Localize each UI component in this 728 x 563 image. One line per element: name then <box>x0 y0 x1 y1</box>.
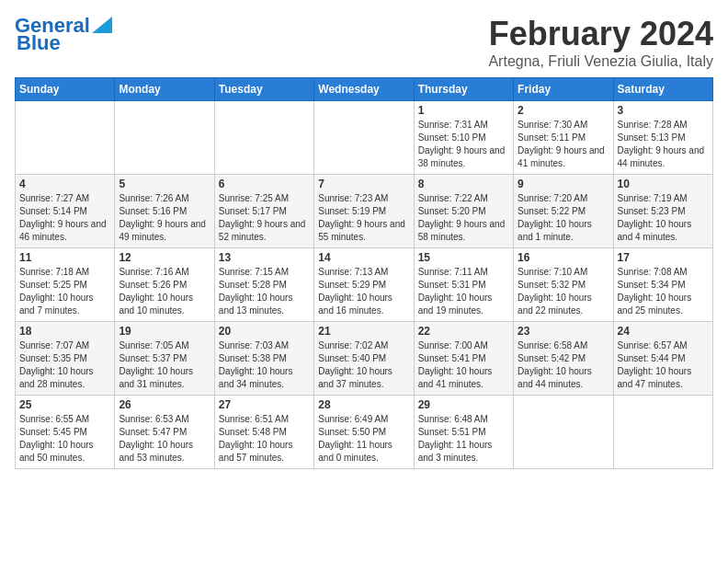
calendar-cell: 26Sunrise: 6:53 AM Sunset: 5:47 PM Dayli… <box>115 396 214 469</box>
day-content: Sunrise: 7:13 AM Sunset: 5:29 PM Dayligh… <box>318 266 409 317</box>
calendar-header-row: SundayMondayTuesdayWednesdayThursdayFrid… <box>16 78 713 101</box>
logo-arrow-icon <box>92 17 112 33</box>
day-content: Sunrise: 7:15 AM Sunset: 5:28 PM Dayligh… <box>219 266 310 317</box>
calendar-cell: 3Sunrise: 7:28 AM Sunset: 5:13 PM Daylig… <box>613 101 712 175</box>
day-content: Sunrise: 7:10 AM Sunset: 5:32 PM Dayligh… <box>518 266 609 317</box>
day-number: 29 <box>418 398 509 411</box>
weekday-header-friday: Friday <box>514 78 613 101</box>
calendar-cell: 2Sunrise: 7:30 AM Sunset: 5:11 PM Daylig… <box>514 101 613 175</box>
day-content: Sunrise: 7:02 AM Sunset: 5:40 PM Dayligh… <box>318 339 409 391</box>
day-content: Sunrise: 7:22 AM Sunset: 5:20 PM Dayligh… <box>418 192 509 244</box>
weekday-header-saturday: Saturday <box>613 78 712 101</box>
day-number: 2 <box>518 104 609 117</box>
calendar-cell: 24Sunrise: 6:57 AM Sunset: 5:44 PM Dayli… <box>613 322 712 396</box>
calendar-cell: 21Sunrise: 7:02 AM Sunset: 5:40 PM Dayli… <box>314 322 414 396</box>
day-number: 6 <box>219 178 310 190</box>
day-content: Sunrise: 6:53 AM Sunset: 5:47 PM Dayligh… <box>119 413 210 465</box>
calendar-cell <box>16 101 115 175</box>
day-number: 7 <box>318 178 409 190</box>
calendar-cell: 13Sunrise: 7:15 AM Sunset: 5:28 PM Dayli… <box>214 248 313 322</box>
day-number: 23 <box>518 325 609 338</box>
calendar-cell: 8Sunrise: 7:22 AM Sunset: 5:20 PM Daylig… <box>414 175 513 248</box>
calendar-cell: 6Sunrise: 7:25 AM Sunset: 5:17 PM Daylig… <box>214 175 313 248</box>
day-number: 22 <box>418 325 509 338</box>
day-content: Sunrise: 6:51 AM Sunset: 5:48 PM Dayligh… <box>219 413 310 465</box>
day-number: 27 <box>219 398 310 411</box>
logo-text-blue: Blue <box>17 31 61 54</box>
calendar-cell: 1Sunrise: 7:31 AM Sunset: 5:10 PM Daylig… <box>414 101 513 175</box>
calendar-cell: 7Sunrise: 7:23 AM Sunset: 5:19 PM Daylig… <box>314 175 414 248</box>
day-content: Sunrise: 7:07 AM Sunset: 5:35 PM Dayligh… <box>19 339 110 391</box>
calendar-cell: 25Sunrise: 6:55 AM Sunset: 5:45 PM Dayli… <box>16 396 115 469</box>
day-number: 18 <box>19 325 110 338</box>
day-content: Sunrise: 7:05 AM Sunset: 5:37 PM Dayligh… <box>119 339 210 391</box>
location-subtitle: Artegna, Friuli Venezia Giulia, Italy <box>488 53 713 70</box>
calendar-body: 1Sunrise: 7:31 AM Sunset: 5:10 PM Daylig… <box>16 101 713 469</box>
day-content: Sunrise: 7:16 AM Sunset: 5:26 PM Dayligh… <box>119 266 210 317</box>
weekday-header-sunday: Sunday <box>16 78 115 101</box>
calendar-cell <box>613 396 712 469</box>
calendar-cell <box>115 101 214 175</box>
day-content: Sunrise: 7:11 AM Sunset: 5:31 PM Dayligh… <box>418 266 509 317</box>
calendar-cell: 23Sunrise: 6:58 AM Sunset: 5:42 PM Dayli… <box>514 322 613 396</box>
calendar-cell: 16Sunrise: 7:10 AM Sunset: 5:32 PM Dayli… <box>514 248 613 322</box>
weekday-header-thursday: Thursday <box>414 78 513 101</box>
calendar-cell: 19Sunrise: 7:05 AM Sunset: 5:37 PM Dayli… <box>115 322 214 396</box>
day-content: Sunrise: 7:19 AM Sunset: 5:23 PM Dayligh… <box>618 192 709 244</box>
calendar-cell: 9Sunrise: 7:20 AM Sunset: 5:22 PM Daylig… <box>514 175 613 248</box>
calendar-cell: 27Sunrise: 6:51 AM Sunset: 5:48 PM Dayli… <box>214 396 313 469</box>
day-number: 12 <box>119 251 210 264</box>
day-content: Sunrise: 7:20 AM Sunset: 5:22 PM Dayligh… <box>518 192 609 244</box>
calendar-cell: 29Sunrise: 6:48 AM Sunset: 5:51 PM Dayli… <box>414 396 513 469</box>
calendar-cell: 10Sunrise: 7:19 AM Sunset: 5:23 PM Dayli… <box>613 175 712 248</box>
calendar-week-3: 11Sunrise: 7:18 AM Sunset: 5:25 PM Dayli… <box>16 248 713 322</box>
month-year-title: February 2024 <box>488 15 713 53</box>
day-content: Sunrise: 6:49 AM Sunset: 5:50 PM Dayligh… <box>318 413 409 465</box>
calendar-cell <box>514 396 613 469</box>
day-number: 21 <box>318 325 409 338</box>
day-content: Sunrise: 6:57 AM Sunset: 5:44 PM Dayligh… <box>618 339 709 391</box>
calendar-cell: 4Sunrise: 7:27 AM Sunset: 5:14 PM Daylig… <box>16 175 115 248</box>
svg-marker-0 <box>92 17 112 33</box>
calendar-cell: 17Sunrise: 7:08 AM Sunset: 5:34 PM Dayli… <box>613 248 712 322</box>
day-content: Sunrise: 7:28 AM Sunset: 5:13 PM Dayligh… <box>618 119 709 170</box>
weekday-header-monday: Monday <box>115 78 214 101</box>
day-number: 8 <box>418 178 509 190</box>
calendar-cell: 5Sunrise: 7:26 AM Sunset: 5:16 PM Daylig… <box>115 175 214 248</box>
day-number: 24 <box>618 325 709 338</box>
day-number: 25 <box>19 398 110 411</box>
day-number: 28 <box>318 398 409 411</box>
day-content: Sunrise: 7:31 AM Sunset: 5:10 PM Dayligh… <box>418 119 509 170</box>
day-content: Sunrise: 7:25 AM Sunset: 5:17 PM Dayligh… <box>219 192 310 244</box>
weekday-header-tuesday: Tuesday <box>214 78 313 101</box>
day-number: 14 <box>318 251 409 264</box>
logo: General Blue <box>15 15 112 53</box>
calendar-table: SundayMondayTuesdayWednesdayThursdayFrid… <box>15 77 713 469</box>
calendar-cell: 22Sunrise: 7:00 AM Sunset: 5:41 PM Dayli… <box>414 322 513 396</box>
day-content: Sunrise: 7:26 AM Sunset: 5:16 PM Dayligh… <box>119 192 210 244</box>
day-content: Sunrise: 6:48 AM Sunset: 5:51 PM Dayligh… <box>418 413 509 465</box>
day-number: 19 <box>119 325 210 338</box>
day-number: 3 <box>618 104 709 117</box>
day-content: Sunrise: 7:00 AM Sunset: 5:41 PM Dayligh… <box>418 339 509 391</box>
day-number: 17 <box>618 251 709 264</box>
calendar-cell: 28Sunrise: 6:49 AM Sunset: 5:50 PM Dayli… <box>314 396 414 469</box>
calendar-cell: 11Sunrise: 7:18 AM Sunset: 5:25 PM Dayli… <box>16 248 115 322</box>
weekday-header-wednesday: Wednesday <box>314 78 414 101</box>
calendar-cell: 20Sunrise: 7:03 AM Sunset: 5:38 PM Dayli… <box>214 322 313 396</box>
day-number: 4 <box>19 178 110 190</box>
day-number: 13 <box>219 251 310 264</box>
page-header: General Blue February 2024 Artegna, Friu… <box>15 15 713 70</box>
day-number: 1 <box>418 104 509 117</box>
calendar-cell: 15Sunrise: 7:11 AM Sunset: 5:31 PM Dayli… <box>414 248 513 322</box>
calendar-cell <box>314 101 414 175</box>
day-content: Sunrise: 6:58 AM Sunset: 5:42 PM Dayligh… <box>518 339 609 391</box>
day-content: Sunrise: 7:30 AM Sunset: 5:11 PM Dayligh… <box>518 119 609 170</box>
day-content: Sunrise: 7:08 AM Sunset: 5:34 PM Dayligh… <box>618 266 709 317</box>
calendar-cell: 18Sunrise: 7:07 AM Sunset: 5:35 PM Dayli… <box>16 322 115 396</box>
day-number: 20 <box>219 325 310 338</box>
calendar-week-2: 4Sunrise: 7:27 AM Sunset: 5:14 PM Daylig… <box>16 175 713 248</box>
day-content: Sunrise: 6:55 AM Sunset: 5:45 PM Dayligh… <box>19 413 110 465</box>
day-content: Sunrise: 7:23 AM Sunset: 5:19 PM Dayligh… <box>318 192 409 244</box>
title-block: February 2024 Artegna, Friuli Venezia Gi… <box>488 15 713 70</box>
